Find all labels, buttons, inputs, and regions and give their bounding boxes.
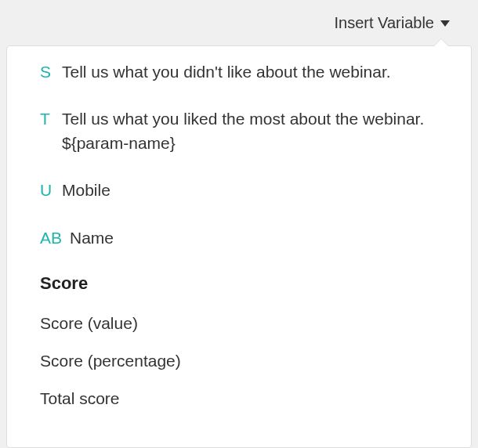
variable-item-u[interactable]: U Mobile bbox=[40, 179, 455, 202]
variable-list: S Tell us what you didn't like about the… bbox=[23, 60, 455, 250]
variable-item-s[interactable]: S Tell us what you didn't like about the… bbox=[40, 60, 455, 84]
insert-variable-label: Insert Variable bbox=[335, 14, 434, 32]
variable-text: Mobile bbox=[62, 179, 110, 202]
header-bar: Insert Variable bbox=[0, 0, 478, 45]
caret-down-icon bbox=[440, 20, 450, 27]
variable-text: Tell us what you liked the most about th… bbox=[62, 107, 455, 155]
variable-item-t[interactable]: T Tell us what you liked the most about … bbox=[40, 107, 455, 155]
variable-text: Name bbox=[70, 226, 114, 250]
variable-dropdown-panel: S Tell us what you didn't like about the… bbox=[6, 45, 472, 448]
variable-letter: AB bbox=[40, 226, 62, 250]
score-section-heading: Score bbox=[23, 273, 455, 294]
score-list: Score (value) Score (percentage) Total s… bbox=[23, 314, 455, 408]
score-item-value[interactable]: Score (value) bbox=[40, 314, 455, 333]
variable-text: Tell us what you didn't like about the w… bbox=[62, 60, 391, 84]
insert-variable-button[interactable]: Insert Variable bbox=[335, 14, 450, 32]
variable-letter: U bbox=[40, 179, 54, 202]
variable-letter: T bbox=[40, 107, 54, 131]
variable-item-ab[interactable]: AB Name bbox=[40, 226, 455, 250]
variable-letter: S bbox=[40, 60, 54, 84]
score-item-percentage[interactable]: Score (percentage) bbox=[40, 352, 455, 370]
score-item-total[interactable]: Total score bbox=[40, 389, 455, 408]
